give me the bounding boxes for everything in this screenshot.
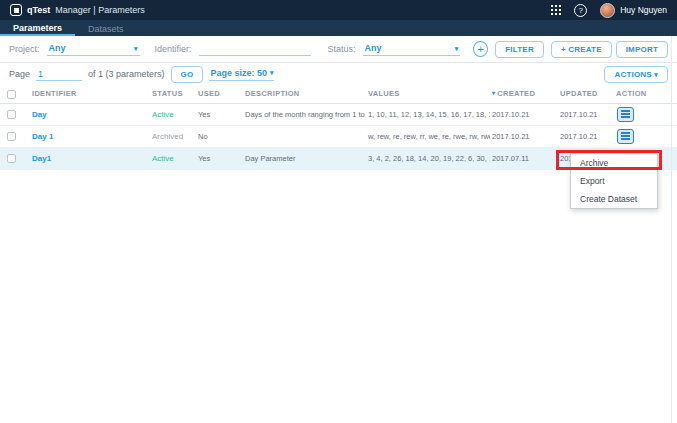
row-checkbox[interactable] [7, 110, 16, 119]
row-context-menu: Archive Export Create Dataset [570, 153, 658, 209]
tab-parameters[interactable]: Parameters [0, 20, 75, 36]
status-select[interactable]: Any ▾ [363, 42, 461, 56]
right-edge-divider [671, 36, 672, 423]
created-cell: 2017.10.21 [490, 103, 558, 125]
avatar [600, 3, 615, 18]
used-cell: Yes [196, 103, 243, 125]
project-select[interactable]: Any ▾ [47, 42, 140, 56]
app-title: Manager | Parameters [55, 5, 144, 15]
updated-cell: 2017.10.21 [558, 125, 614, 147]
page-range-text: of 1 (3 parameters) [88, 69, 165, 79]
pagination-bar: Page of 1 (3 parameters) GO Page size: 5… [0, 63, 677, 85]
chevron-down-icon: ▾ [270, 69, 274, 76]
identifier-input[interactable] [199, 42, 311, 56]
status-badge: Archived [152, 132, 183, 141]
actions-button[interactable]: ACTIONS ▾ [604, 66, 668, 83]
row-action-menu-button[interactable] [617, 107, 634, 122]
parameter-identifier-link[interactable]: Day1 [32, 154, 51, 163]
page-size-select[interactable]: Page size: 50 ▾ [209, 68, 274, 81]
actions-button-label: ACTIONS [614, 70, 651, 79]
menu-item-archive[interactable]: Archive [571, 154, 657, 172]
header-description[interactable]: DESCRIPTION [243, 85, 366, 103]
add-filter-button[interactable]: + [473, 41, 488, 57]
identifier-label: Identifier: [155, 44, 192, 54]
help-icon[interactable]: ? [574, 4, 587, 17]
created-cell: 2017.10.21 [490, 125, 558, 147]
header-created[interactable]: ▾CREATED [490, 85, 558, 103]
menu-item-export[interactable]: Export [571, 172, 657, 190]
user-menu[interactable]: Huy Nguyen [600, 3, 667, 18]
row-action-menu-button[interactable] [617, 129, 634, 144]
header-created-label: CREATED [497, 89, 535, 98]
header-identifier[interactable]: IDENTIFIER [30, 85, 150, 103]
header-used[interactable]: USED [196, 85, 243, 103]
table-header-row: IDENTIFIER STATUS USED DESCRIPTION VALUE… [0, 85, 677, 103]
apps-grid-icon[interactable] [551, 5, 562, 16]
row-checkbox[interactable] [7, 132, 16, 141]
parameter-identifier-link[interactable]: Day 1 [32, 132, 53, 141]
status-select-value: Any [365, 43, 382, 53]
description-cell: Day Parameter [243, 147, 366, 169]
sort-indicator-icon: ▾ [492, 90, 495, 96]
status-label: Status: [328, 44, 356, 54]
go-button[interactable]: GO [171, 66, 204, 83]
values-cell: 1, 10, 11, 12, 13, 14, 15, 16, 17, 18, 1… [366, 103, 490, 125]
filter-bar: Project: Any ▾ Identifier: Status: Any ▾… [0, 36, 677, 63]
status-badge: Active [152, 110, 174, 119]
table-row[interactable]: Day Active Yes Days of the month ranging… [0, 103, 677, 125]
filter-button[interactable]: FILTER [495, 41, 544, 58]
tab-datasets[interactable]: Datasets [75, 20, 137, 36]
description-cell: Days of the month ranging from 1 to 31 [243, 103, 366, 125]
chevron-down-icon: ▾ [455, 45, 459, 52]
tab-bar: Parameters Datasets [0, 20, 677, 36]
header-status[interactable]: STATUS [150, 85, 196, 103]
qtest-logo-icon [10, 4, 22, 16]
menu-item-create-dataset[interactable]: Create Dataset [571, 190, 657, 208]
create-button[interactable]: + CREATE [551, 41, 612, 58]
user-name: Huy Nguyen [620, 5, 667, 15]
row-checkbox[interactable] [7, 154, 16, 163]
top-navigation-bar: qTest Manager | Parameters ? Huy Nguyen [0, 0, 677, 20]
import-button[interactable]: IMPORT [616, 41, 668, 58]
used-cell: No [196, 125, 243, 147]
created-cell: 2017.07.11 [490, 147, 558, 169]
project-label: Project: [9, 44, 40, 54]
table-row[interactable]: Day 1 Archived No w, rew, re, rew, rr, w… [0, 125, 677, 147]
brand-name: qTest [27, 5, 50, 15]
values-cell: w, rew, re, rew, rr, we, re, rwe, rw, rw… [366, 125, 490, 147]
status-badge: Active [152, 154, 174, 163]
page-size-label: Page size: 50 [210, 68, 267, 78]
project-select-value: Any [49, 43, 66, 53]
used-cell: Yes [196, 147, 243, 169]
parameter-identifier-link[interactable]: Day [32, 110, 47, 119]
page-label: Page [9, 69, 30, 79]
values-cell: 3, 4, 2, 26, 18, 14, 20, 19, 22, 6, 30, … [366, 147, 490, 169]
select-all-checkbox[interactable] [7, 90, 16, 99]
chevron-down-icon: ▾ [654, 71, 658, 78]
header-action: ACTION [614, 85, 677, 103]
updated-cell: 2017.10.21 [558, 103, 614, 125]
description-cell [243, 125, 366, 147]
header-values[interactable]: VALUES [366, 85, 490, 103]
page-number-input[interactable] [36, 68, 82, 81]
chevron-down-icon: ▾ [134, 45, 138, 52]
header-updated[interactable]: UPDATED [558, 85, 614, 103]
